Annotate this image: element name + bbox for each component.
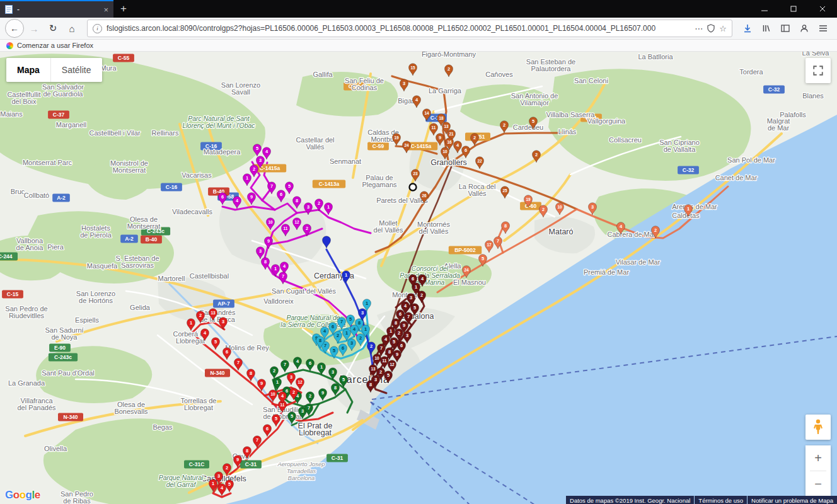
- svg-text:18: 18: [439, 116, 444, 120]
- tab-title: -: [17, 5, 99, 14]
- map-label: San Esteban dePalautordera: [526, 58, 575, 72]
- svg-text:C-31: C-31: [332, 455, 343, 461]
- url-text[interactable]: fslogistics.arcon.local:8090/controlgps2…: [107, 24, 690, 33]
- svg-text:5: 5: [288, 183, 291, 189]
- url-bar[interactable]: i fslogistics.arcon.local:8090/controlgp…: [87, 20, 732, 37]
- svg-text:3: 3: [410, 295, 412, 301]
- forward-button[interactable]: →: [25, 20, 43, 37]
- svg-text:1: 1: [345, 330, 348, 336]
- svg-text:1: 1: [366, 301, 368, 306]
- map-type-satellite-button[interactable]: Satélite: [50, 58, 102, 82]
- svg-text:3: 3: [307, 204, 309, 210]
- sidebar-icon[interactable]: [776, 20, 794, 37]
- map-label: Llinás: [558, 128, 577, 135]
- svg-text:1: 1: [345, 272, 347, 278]
- svg-text:5: 5: [349, 316, 352, 322]
- map-label: Vilasar de Mar: [616, 258, 661, 266]
- map-label: Cabrera de Mar: [607, 231, 655, 238]
- attribution-terms[interactable]: Términos de uso: [695, 496, 747, 504]
- svg-text:10: 10: [268, 220, 273, 224]
- fullscreen-button[interactable]: [805, 58, 831, 83]
- bookmark-item[interactable]: Comenzar a usar Firefox: [6, 42, 93, 49]
- home-button[interactable]: ⌂: [63, 20, 81, 37]
- svg-text:13: 13: [211, 311, 216, 315]
- svg-text:7: 7: [407, 314, 410, 319]
- svg-text:12: 12: [294, 220, 299, 224]
- svg-text:2: 2: [253, 166, 255, 172]
- svg-text:2: 2: [379, 369, 382, 375]
- google-logo[interactable]: Google: [5, 489, 40, 501]
- road-badge: BP-5002: [449, 246, 482, 255]
- map-label: Palau dePlegamans: [362, 174, 397, 188]
- svg-text:N-340: N-340: [210, 370, 224, 376]
- map-area[interactable]: C-55C-37C-16C-16C-58B-40B-40A-2A-2C-243c…: [0, 52, 837, 504]
- svg-text:2: 2: [199, 312, 202, 318]
- svg-text:14: 14: [424, 111, 429, 115]
- svg-text:8: 8: [369, 382, 372, 387]
- new-tab-button[interactable]: +: [113, 0, 134, 18]
- page-actions-icon[interactable]: ⋯: [695, 24, 703, 33]
- map-label: Masquefa: [87, 262, 118, 270]
- road-badge: C-37: [48, 111, 69, 119]
- map-type-map-button[interactable]: Mapa: [6, 58, 50, 82]
- account-icon[interactable]: [795, 20, 813, 37]
- tab-close-icon[interactable]: ×: [103, 5, 108, 14]
- svg-text:7: 7: [256, 437, 258, 443]
- svg-text:2: 2: [292, 389, 295, 395]
- svg-text:19: 19: [526, 197, 531, 202]
- svg-text:7: 7: [237, 360, 240, 365]
- svg-text:6: 6: [221, 194, 224, 200]
- bookmark-star-icon[interactable]: ☆: [719, 24, 727, 33]
- poi-ring[interactable]: [410, 184, 417, 191]
- map-canvas[interactable]: C-55C-37C-16C-16C-58B-40B-40A-2A-2C-243c…: [0, 52, 837, 504]
- road-badge: N-340: [205, 369, 230, 377]
- svg-text:3: 3: [361, 310, 364, 316]
- road-badge: A-2: [120, 235, 138, 243]
- bookmark-label: Comenzar a usar Firefox: [17, 42, 93, 49]
- attribution-report[interactable]: Notificar un problema de Mapa: [748, 496, 837, 504]
- site-info-icon[interactable]: i: [93, 24, 102, 33]
- road-badge: C-55: [113, 54, 134, 62]
- window-minimize-button[interactable]: [750, 0, 779, 18]
- svg-text:2: 2: [226, 465, 228, 471]
- svg-text:6: 6: [226, 349, 228, 355]
- map-type-control: Mapa Satélite: [6, 58, 102, 82]
- map-label: Granollers: [430, 158, 467, 167]
- svg-text:13: 13: [371, 367, 376, 371]
- map-label: Tordera: [739, 68, 763, 76]
- svg-text:11: 11: [383, 358, 387, 363]
- navigation-toolbar: ← → ↻ ⌂ i fslogistics.arcon.local:8090/c…: [0, 18, 837, 40]
- map-label: Rellinars: [152, 129, 179, 137]
- zoom-out-button[interactable]: −: [805, 471, 831, 496]
- svg-text:7: 7: [324, 343, 326, 348]
- svg-text:C-32: C-32: [768, 86, 780, 93]
- svg-text:1: 1: [212, 481, 214, 486]
- downloads-icon[interactable]: [739, 20, 756, 37]
- svg-text:1: 1: [364, 326, 367, 332]
- menu-icon[interactable]: [814, 20, 832, 37]
- zoom-in-button[interactable]: +: [805, 445, 831, 471]
- reload-button[interactable]: ↻: [44, 20, 62, 37]
- map-label: San Cugat del Vallés: [272, 287, 336, 295]
- svg-text:1: 1: [246, 175, 248, 181]
- svg-text:A-2: A-2: [125, 236, 134, 242]
- svg-text:6: 6: [309, 360, 311, 366]
- window-close-button[interactable]: [808, 0, 837, 18]
- window-restore-button[interactable]: [779, 0, 808, 18]
- svg-text:2: 2: [398, 330, 400, 336]
- svg-text:2: 2: [542, 207, 545, 212]
- browser-tab[interactable]: - ×: [0, 0, 113, 18]
- road-badge: C-59: [367, 142, 389, 151]
- svg-text:9: 9: [403, 323, 405, 328]
- map-label: Collbató: [24, 192, 49, 199]
- back-button[interactable]: ←: [5, 19, 24, 38]
- svg-text:1: 1: [415, 284, 417, 290]
- road-badge: B-40: [141, 236, 162, 244]
- map-label: Mataró: [549, 227, 574, 236]
- pegman-button[interactable]: [805, 415, 831, 440]
- map-label: Collsacreu: [609, 136, 642, 144]
- library-icon[interactable]: [758, 20, 775, 37]
- google-logo-letter: e: [35, 489, 40, 501]
- svg-text:9: 9: [267, 238, 270, 244]
- tracking-shield-icon[interactable]: [707, 24, 715, 33]
